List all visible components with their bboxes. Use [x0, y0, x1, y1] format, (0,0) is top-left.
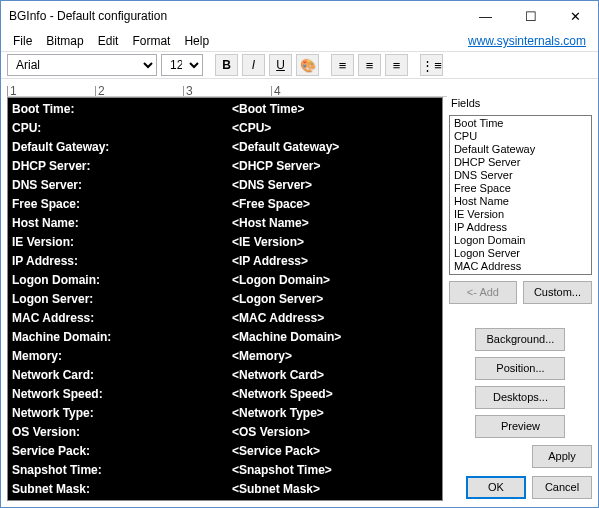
fields-list-item[interactable]: Logon Server [451, 247, 590, 260]
bold-button[interactable]: B [215, 54, 238, 76]
align-right-button[interactable]: ≡ [385, 54, 408, 76]
editor-row: DNS Server:<DNS Server> [12, 176, 438, 195]
editor-field-value: <DNS Server> [232, 176, 312, 195]
format-toolbar: Arial 12 B I U 🎨 ≡ ≡ ≡ ⋮≡ [1, 51, 598, 79]
editor-field-value: <Host Name> [232, 214, 309, 233]
menu-format[interactable]: Format [126, 32, 176, 50]
editor-field-label: MAC Address: [12, 309, 232, 328]
editor-field-label: Subnet Mask: [12, 480, 232, 499]
custom-button[interactable]: Custom... [523, 281, 592, 304]
underline-button[interactable]: U [269, 54, 292, 76]
font-size-select[interactable]: 12 [161, 54, 203, 76]
maximize-button[interactable]: ☐ [508, 1, 553, 31]
editor-field-value: <Subnet Mask> [232, 480, 320, 499]
editor-field-value: <Network Type> [232, 404, 324, 423]
editor-field-value: <IP Address> [232, 252, 308, 271]
fields-list-item[interactable]: CPU [451, 130, 590, 143]
editor-area[interactable]: Boot Time:<Boot Time>CPU:<CPU>Default Ga… [7, 97, 443, 501]
editor-field-value: <Snapshot Time> [232, 461, 332, 480]
menubar: File Bitmap Edit Format Help www.sysinte… [1, 31, 598, 51]
editor-field-label: Free Space: [12, 195, 232, 214]
editor-field-label: Host Name: [12, 214, 232, 233]
editor-field-value: <Boot Time> [232, 100, 304, 119]
editor-field-value: <Service Pack> [232, 442, 320, 461]
editor-field-label: DNS Server: [12, 176, 232, 195]
editor-row: Free Space:<Free Space> [12, 195, 438, 214]
minimize-button[interactable]: — [463, 1, 508, 31]
sysinternals-link[interactable]: www.sysinternals.com [468, 34, 592, 48]
apply-button[interactable]: Apply [532, 445, 592, 468]
menu-file[interactable]: File [7, 32, 38, 50]
fields-list-item[interactable]: Boot Time [451, 117, 590, 130]
fields-list-item[interactable]: Free Space [451, 182, 590, 195]
fields-list-item[interactable]: DHCP Server [451, 156, 590, 169]
menu-bitmap[interactable]: Bitmap [40, 32, 89, 50]
editor-field-value: <OS Version> [232, 423, 310, 442]
fields-list-item[interactable]: IP Address [451, 221, 590, 234]
menu-help[interactable]: Help [178, 32, 215, 50]
editor-field-label: Boot Time: [12, 100, 232, 119]
editor-field-value: <Logon Server> [232, 290, 323, 309]
editor-field-label: Default Gateway: [12, 138, 232, 157]
editor-field-value: <Free Space> [232, 195, 310, 214]
preview-button[interactable]: Preview [475, 415, 565, 438]
editor-row: Default Gateway:<Default Gateway> [12, 138, 438, 157]
desktops-button[interactable]: Desktops... [475, 386, 565, 409]
editor-field-value: <Memory> [232, 347, 292, 366]
editor-row: Host Name:<Host Name> [12, 214, 438, 233]
editor-field-value: <MAC Address> [232, 309, 324, 328]
editor-row: Service Pack:<Service Pack> [12, 442, 438, 461]
font-family-select[interactable]: Arial [7, 54, 157, 76]
position-button[interactable]: Position... [475, 357, 565, 380]
editor-field-value: <CPU> [232, 119, 271, 138]
editor-field-value: <Network Card> [232, 366, 324, 385]
fields-list-item[interactable]: IE Version [451, 208, 590, 221]
italic-button[interactable]: I [242, 54, 265, 76]
editor-row: Logon Server:<Logon Server> [12, 290, 438, 309]
fields-list-item[interactable]: MAC Address [451, 260, 590, 273]
editor-field-value: <DHCP Server> [232, 157, 321, 176]
editor-field-label: Network Type: [12, 404, 232, 423]
editor-row: MAC Address:<MAC Address> [12, 309, 438, 328]
editor-row: Network Type:<Network Type> [12, 404, 438, 423]
editor-row: Subnet Mask:<Subnet Mask> [12, 480, 438, 499]
cancel-button[interactable]: Cancel [532, 476, 592, 499]
align-left-button[interactable]: ≡ [331, 54, 354, 76]
close-button[interactable]: ✕ [553, 1, 598, 31]
fields-listbox[interactable]: Boot TimeCPUDefault GatewayDHCP ServerDN… [449, 115, 592, 275]
editor-row: Memory:<Memory> [12, 347, 438, 366]
fields-list-item[interactable]: Logon Domain [451, 234, 590, 247]
editor-row: Snapshot Time:<Snapshot Time> [12, 461, 438, 480]
menu-edit[interactable]: Edit [92, 32, 125, 50]
editor-field-label: Network Card: [12, 366, 232, 385]
editor-row: Network Speed:<Network Speed> [12, 385, 438, 404]
editor-row: IP Address:<IP Address> [12, 252, 438, 271]
color-button[interactable]: 🎨 [296, 54, 319, 76]
ok-button[interactable]: OK [466, 476, 526, 499]
editor-field-label: IP Address: [12, 252, 232, 271]
editor-field-label: Logon Server: [12, 290, 232, 309]
editor-field-value: <Network Speed> [232, 385, 333, 404]
ruler[interactable]: 1 2 3 4 [7, 79, 447, 97]
editor-field-label: DHCP Server: [12, 157, 232, 176]
editor-field-label: Snapshot Time: [12, 461, 232, 480]
editor-row: OS Version:<OS Version> [12, 423, 438, 442]
editor-row: CPU:<CPU> [12, 119, 438, 138]
align-center-button[interactable]: ≡ [358, 54, 381, 76]
editor-row: IE Version:<IE Version> [12, 233, 438, 252]
editor-row: DHCP Server:<DHCP Server> [12, 157, 438, 176]
editor-field-value: <IE Version> [232, 233, 304, 252]
add-button[interactable]: <- Add [449, 281, 517, 304]
side-panel: Fields Boot TimeCPUDefault GatewayDHCP S… [449, 97, 592, 501]
background-button[interactable]: Background... [475, 328, 565, 351]
fields-list-item[interactable]: Host Name [451, 195, 590, 208]
fields-list-item[interactable]: Default Gateway [451, 143, 590, 156]
editor-field-label: Service Pack: [12, 442, 232, 461]
fields-list-item[interactable]: DNS Server [451, 169, 590, 182]
editor-field-label: Logon Domain: [12, 271, 232, 290]
editor-field-label: Machine Domain: [12, 328, 232, 347]
window-title: BGInfo - Default configuration [9, 9, 463, 23]
bullets-button[interactable]: ⋮≡ [420, 54, 443, 76]
editor-row: Machine Domain:<Machine Domain> [12, 328, 438, 347]
editor-field-label: CPU: [12, 119, 232, 138]
